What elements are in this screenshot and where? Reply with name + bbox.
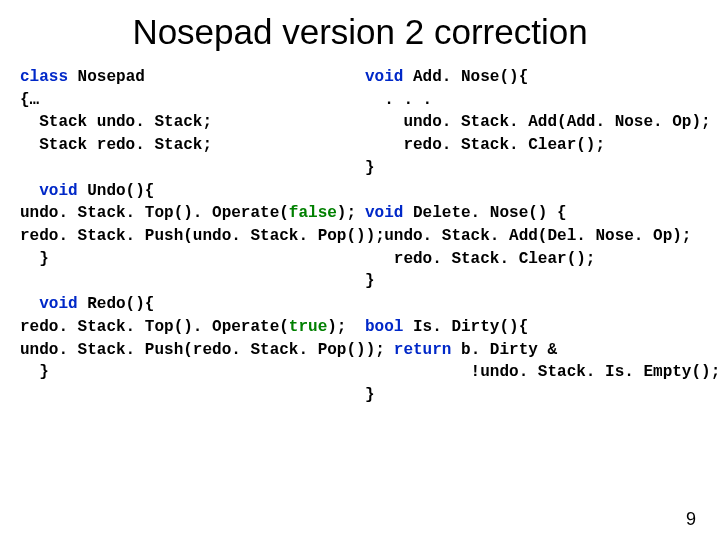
code-text: Is. Dirty(){ [403, 318, 528, 336]
code-text: redo. Stack. Top(). Operate( [20, 318, 289, 336]
code-text: ); [327, 318, 346, 336]
code-text: Undo(){ [78, 182, 155, 200]
kw-return: return [365, 341, 451, 359]
code-text: redo. Stack. Clear(); [365, 136, 605, 154]
kw-void: void [20, 295, 78, 313]
code-text: undo. Stack. Add(Del. Nose. Op); [365, 227, 691, 245]
code-text: } [365, 159, 375, 177]
code-text: } [365, 272, 375, 290]
code-text: !undo. Stack. Is. Empty(); [365, 363, 720, 381]
code-text: {… [20, 91, 39, 109]
code-text: Nosepad [68, 68, 145, 86]
lit-false: false [289, 204, 337, 222]
kw-void: void [365, 68, 403, 86]
kw-void: void [20, 182, 78, 200]
code-text: Delete. Nose() { [403, 204, 566, 222]
code-text: Redo(){ [78, 295, 155, 313]
kw-class: class [20, 68, 68, 86]
code-text: Add. Nose(){ [403, 68, 528, 86]
code-text: redo. Stack. Clear(); [365, 250, 595, 268]
content-columns: class Nosepad {… Stack undo. Stack; Stac… [20, 66, 700, 407]
code-text: ); [337, 204, 356, 222]
kw-void: void [365, 204, 403, 222]
code-text: . . . [365, 91, 432, 109]
code-text: b. Dirty & [451, 341, 557, 359]
code-text: undo. Stack. Add(Add. Nose. Op); [365, 113, 711, 131]
code-text: undo. Stack. Push(redo. Stack. Pop()); [20, 341, 385, 359]
code-text: } [20, 363, 49, 381]
lit-true: true [289, 318, 327, 336]
code-text: redo. Stack. Push(undo. Stack. Pop()); [20, 227, 385, 245]
slide-title: Nosepad version 2 correction [20, 12, 700, 52]
page-number: 9 [686, 509, 696, 530]
code-text: } [365, 386, 375, 404]
code-text: Stack undo. Stack; [20, 113, 212, 131]
kw-bool: bool [365, 318, 403, 336]
code-text: Stack redo. Stack; [20, 136, 212, 154]
code-text: undo. Stack. Top(). Operate( [20, 204, 289, 222]
code-text: } [20, 250, 49, 268]
slide: Nosepad version 2 correction class Nosep… [0, 0, 720, 540]
code-left: class Nosepad {… Stack undo. Stack; Stac… [20, 66, 355, 407]
code-right: void Add. Nose(){ . . . undo. Stack. Add… [365, 66, 700, 407]
